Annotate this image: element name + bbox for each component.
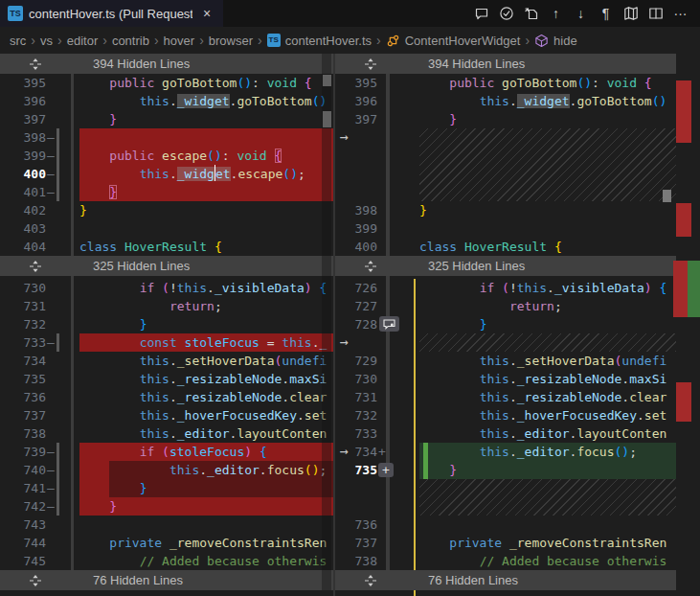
close-icon[interactable]: × [198, 6, 215, 21]
line-number[interactable]: 727 [335, 297, 377, 315]
code-line[interactable] [79, 128, 333, 147]
line-number[interactable]: 737 [335, 534, 377, 552]
code-line[interactable]: public goToBottom(): void { [419, 74, 700, 92]
line-number[interactable]: 738 [335, 552, 377, 570]
breadcrumb-item-contenthover-ts[interactable]: TScontentHover.ts [267, 34, 372, 48]
line-number[interactable]: 745 [0, 552, 46, 570]
code-line[interactable] [419, 128, 700, 201]
line-number[interactable] [335, 479, 377, 516]
code-line[interactable] [419, 479, 700, 516]
line-number[interactable]: 403 [0, 219, 46, 238]
code-line[interactable]: this._editor.focus(); [79, 461, 333, 479]
breadcrumb-item-browser[interactable]: browser [209, 34, 253, 48]
line-number[interactable]: 398 [0, 128, 46, 147]
split-editor-icon[interactable] [645, 4, 666, 24]
line-number[interactable]: 397 [335, 110, 377, 128]
line-number[interactable]: 399 [0, 147, 46, 165]
code-line[interactable]: const stoleFocus = this._ [79, 333, 333, 352]
line-number[interactable]: 731 [335, 388, 377, 406]
line-number[interactable]: 730 [0, 279, 46, 297]
code-line[interactable]: return; [79, 297, 333, 315]
open-changes-icon[interactable] [521, 4, 541, 24]
map-icon[interactable] [621, 4, 641, 24]
revert-change-arrow-icon[interactable]: → [336, 333, 351, 352]
arrow-up-icon[interactable]: ↑ [546, 4, 566, 24]
code-line[interactable]: } [419, 315, 700, 333]
code-line[interactable]: } [419, 461, 700, 479]
line-number[interactable]: 736 [335, 516, 377, 534]
unfold-icon[interactable] [364, 574, 377, 587]
arrow-down-icon[interactable]: ↓ [571, 4, 591, 24]
hidden-lines-bar[interactable]: 325 Hidden Lines [335, 256, 700, 276]
code-line[interactable]: } [79, 183, 333, 201]
line-number[interactable]: 404 [0, 238, 46, 256]
breadcrumb-item-hover[interactable]: hover [164, 34, 195, 48]
code-line[interactable]: class HoverResult { [79, 238, 333, 256]
breadcrumb-item-editor[interactable]: editor [67, 34, 99, 48]
line-number[interactable]: 734 [0, 352, 46, 370]
unfold-icon[interactable] [29, 260, 42, 273]
code-line[interactable]: } [419, 201, 700, 219]
breadcrumb-item-vs[interactable]: vs [40, 34, 53, 48]
line-number[interactable]: 737 [0, 406, 46, 424]
code-line[interactable]: if (stoleFocus) { [79, 443, 333, 461]
code-line[interactable]: } [79, 201, 333, 219]
line-number[interactable]: 396 [0, 92, 46, 110]
line-number[interactable]: 743 [0, 516, 46, 534]
line-number[interactable]: 399 [335, 219, 377, 238]
line-number[interactable]: 396 [335, 92, 377, 110]
unfold-icon[interactable] [29, 57, 42, 71]
pilcrow-icon[interactable]: ¶ [596, 4, 616, 24]
code-line[interactable]: this._widget.goToBottom() [419, 92, 700, 110]
add-comment-icon[interactable]: + [378, 463, 394, 477]
unfold-icon[interactable] [29, 574, 42, 587]
line-number[interactable]: 733 [0, 333, 46, 352]
hidden-lines-bar[interactable]: 76 Hidden Lines [335, 570, 700, 590]
line-number[interactable]: 401 [0, 183, 46, 201]
code-line[interactable]: public goToBottom(): void { [79, 74, 333, 92]
code-line[interactable]: if (!this._visibleData) { [419, 279, 700, 297]
line-number[interactable]: 398 [335, 201, 377, 219]
breadcrumb-item-hide[interactable]: hide [534, 34, 577, 48]
line-number[interactable]: 729 [335, 352, 377, 370]
breadcrumb-item-src[interactable]: src [10, 34, 26, 48]
tab-contenthover[interactable]: TS contentHover.ts (Pull Request) × [0, 0, 223, 27]
line-number[interactable]: 400 [335, 238, 377, 256]
hidden-lines-bar[interactable]: 325 Hidden Lines [0, 256, 333, 276]
code-line[interactable]: } [79, 110, 333, 128]
line-number[interactable]: 739 [0, 443, 46, 461]
more-actions-icon[interactable]: ··· [670, 4, 690, 24]
line-number[interactable]: 732 [335, 406, 377, 424]
code-line[interactable]: this._resizableNode.maxSi [419, 370, 700, 388]
code-line[interactable]: // Added because otherwis [419, 552, 700, 570]
pane-sash[interactable] [333, 54, 335, 596]
code-line[interactable]: this._resizableNode.maxSi [79, 370, 333, 388]
code-line[interactable] [419, 516, 700, 534]
breadcrumb-item-contenthoverwidget[interactable]: ContentHoverWidget [386, 34, 521, 48]
unfold-icon[interactable] [364, 57, 377, 71]
line-number[interactable]: 744 [0, 534, 46, 552]
code-line[interactable]: this._setHoverData(undefi [79, 352, 333, 370]
breadcrumb-item-contrib[interactable]: contrib [112, 34, 149, 48]
code-line[interactable] [79, 516, 333, 534]
code-line[interactable] [79, 219, 333, 238]
code-line[interactable]: } [79, 497, 333, 516]
code-line[interactable]: this._hoverFocusedKey.set [79, 406, 333, 424]
line-number[interactable]: 730 [335, 370, 377, 388]
unfold-icon[interactable] [364, 260, 377, 273]
code-line[interactable]: private _removeConstraintsRen [419, 534, 700, 552]
code-line[interactable] [419, 219, 700, 238]
code-line[interactable]: this._hoverFocusedKey.set [419, 406, 700, 424]
revert-change-arrow-icon[interactable]: → [336, 128, 351, 147]
line-number[interactable]: 402 [0, 201, 46, 219]
code-line[interactable]: return; [419, 297, 700, 315]
code-line[interactable]: private _removeConstraintsRen [79, 534, 333, 552]
hidden-lines-bar[interactable]: 394 Hidden Lines [335, 54, 700, 74]
code-line[interactable]: this._editor.focus(); [419, 443, 700, 461]
line-number[interactable]: 738 [0, 424, 46, 443]
code-line[interactable]: this._resizableNode.clear [79, 388, 333, 406]
code-line[interactable]: if (!this._visibleData) { [79, 279, 333, 297]
code-line[interactable]: this._editor.layoutConten [419, 424, 700, 443]
line-number[interactable]: 735 [0, 370, 46, 388]
line-number[interactable]: 735 [335, 461, 377, 479]
